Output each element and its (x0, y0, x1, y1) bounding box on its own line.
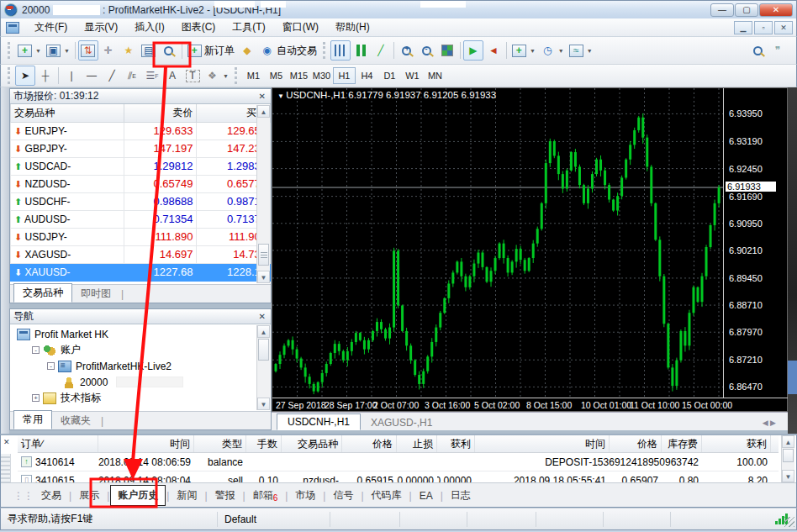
market-watch-row-usdjpy[interactable]: ⬇ USDJPY-111.890111.906 (11, 228, 271, 245)
orders-column-7[interactable]: 获利 (437, 435, 475, 452)
timeframe-button-m5[interactable]: M5 (265, 67, 288, 84)
autotrading-button[interactable]: ◉ 自动交易 (257, 40, 319, 61)
chart-shift-button[interactable]: ◄ (483, 40, 504, 61)
collapse-icon[interactable]: - (47, 362, 55, 370)
expand-icon[interactable]: + (32, 394, 40, 402)
market-watch-tab-即时图[interactable]: 即时图 (72, 285, 119, 303)
close-icon[interactable]: ✕ (257, 312, 267, 321)
scrollbar-thumb[interactable] (258, 339, 269, 361)
scroll-up-icon[interactable]: ▲ (782, 435, 794, 448)
timeframe-button-mn[interactable]: MN (424, 67, 446, 84)
strategy-tester-button[interactable] (159, 40, 179, 61)
window-restore-button[interactable]: ▢ (735, 3, 758, 17)
timeframe-button-d1[interactable]: D1 (378, 67, 401, 84)
close-icon[interactable]: ✕ (257, 92, 267, 101)
scroll-down-icon[interactable]: ▼ (257, 271, 270, 283)
tree-item-platform[interactable]: Profit Market HK (10, 326, 271, 342)
menu-item-view[interactable]: 显示(V) (76, 19, 126, 34)
timeframe-button-h1[interactable]: H1 (333, 67, 356, 84)
tab-scroll-left-icon[interactable]: ◀ (763, 419, 768, 427)
timeframe-button-m30[interactable]: M30 (310, 67, 333, 84)
toolbar-drag-handle[interactable] (235, 67, 239, 84)
vertical-line-tool-button[interactable]: | (61, 66, 82, 86)
trendline-tool-button[interactable]: ╱ (102, 66, 122, 86)
terminal-tab-ea[interactable]: EA (413, 487, 440, 504)
search-button[interactable] (747, 40, 768, 61)
terminal-tab-market[interactable]: 市场 (288, 486, 322, 505)
horizontal-line-tool-button[interactable]: — (82, 66, 102, 86)
crosshair-tool-button[interactable]: ┼ (35, 66, 55, 86)
toolbar-drag-handle[interactable] (323, 42, 327, 59)
column-sell[interactable]: 卖价 (124, 104, 196, 122)
market-watch-row-eurjpy[interactable]: ⬇ EURJPY-129.633129.655 (11, 122, 271, 140)
terminal-tab-alerts[interactable]: 警报 (208, 486, 242, 505)
market-watch-row-gbpjpy[interactable]: ⬇ GBPJPY-147.197147.233 (11, 140, 271, 157)
tree-item-account[interactable]: 20000 (10, 374, 271, 390)
channel-tool-button[interactable]: ⫽E (122, 66, 142, 86)
navigator-tab-收藏夹[interactable]: 收藏夹 (52, 412, 99, 429)
scroll-down-icon[interactable]: ▼ (782, 470, 794, 482)
collapse-icon[interactable]: - (32, 346, 40, 354)
navigator-scrollbar[interactable]: ▲ ▼ (256, 325, 270, 410)
text-tool-button[interactable]: A (162, 66, 182, 86)
time-axis[interactable]: 27 Sep 201828 Sep 17:002 Oct 07:003 Oct … (272, 398, 789, 412)
terminal-tab-trade[interactable]: 交易 (34, 486, 68, 505)
orders-column-1[interactable]: 时间 (98, 435, 194, 452)
toolbar-drag-handle[interactable] (8, 42, 12, 59)
orders-column-4[interactable]: 交易品种 (282, 435, 342, 452)
candlestick-button[interactable] (351, 40, 371, 61)
terminal-tab-code-base[interactable]: 代码库 (365, 486, 409, 505)
close-icon[interactable]: ✕ (3, 438, 10, 446)
tree-item-server[interactable]: -ProfitMarketHK-Live2 (10, 358, 271, 374)
new-chart-button[interactable]: + ▼ (15, 40, 44, 61)
scroll-up-icon[interactable]: ▲ (257, 325, 270, 338)
market-watch-row-usdcad[interactable]: ⬆ USDCAD-1.298121.29834 (11, 157, 271, 175)
tree-item-indicators[interactable]: +技术指标 (10, 390, 271, 406)
mdi-minimize-button[interactable]: ▁ (734, 21, 752, 34)
terminal-tab-account-history[interactable]: 账户历史 (110, 485, 166, 506)
tile-windows-button[interactable] (437, 40, 457, 61)
orders-column-0[interactable]: 订单 ∕ (18, 435, 98, 452)
orders-column-5[interactable]: 价格 (342, 435, 397, 452)
fibonacci-tool-button[interactable]: ☰F (142, 66, 162, 86)
market-watch-scrollbar[interactable]: ▲ ▼ (256, 105, 270, 283)
bar-chart-button[interactable] (330, 40, 351, 61)
terminal-tab-exposure[interactable]: 展示 (72, 486, 106, 505)
shapes-button[interactable]: ❖ ▼ (203, 66, 231, 86)
price-axis[interactable]: 6.939506.931906.924506.916906.909506.902… (723, 88, 788, 398)
window-minimize-button[interactable]: — (710, 3, 734, 17)
menu-item-help[interactable]: 帮助(H) (327, 19, 378, 34)
menu-item-window[interactable]: 窗口(W) (274, 19, 327, 34)
menu-item-charts[interactable]: 图表(C) (173, 19, 224, 34)
market-watch-row-xagusd[interactable]: ⬇ XAGUSD-14.69714.731 (11, 245, 271, 263)
timeframe-button-w1[interactable]: W1 (401, 67, 424, 84)
mdi-restore-button[interactable]: ▫ (754, 21, 773, 34)
menu-item-tools[interactable]: 工具(T) (224, 19, 273, 34)
orders-column-3[interactable]: 手数 (246, 435, 282, 452)
profiles-button[interactable]: ▣ ▼ (44, 40, 72, 61)
terminal-tab-signals[interactable]: 信号 (326, 486, 360, 505)
terminal-tab-mailbox[interactable]: 邮箱6 (246, 486, 285, 505)
line-chart-button[interactable]: ╱ (371, 40, 391, 61)
auto-scroll-button[interactable]: ▶ (463, 40, 483, 61)
timeframe-button-h4[interactable]: H4 (356, 67, 378, 84)
navigator-button[interactable]: ★ (119, 40, 139, 61)
data-window-button[interactable]: ✛ (98, 40, 119, 61)
scroll-up-icon[interactable]: ▲ (257, 105, 270, 118)
chart-dropdown-icon[interactable]: ▼ (277, 92, 286, 100)
terminal-tab-journal[interactable]: 日志 (444, 486, 478, 505)
zoom-in-button[interactable]: + (397, 40, 417, 61)
timeframe-button-m15[interactable]: M15 (288, 67, 310, 84)
market-watch-button[interactable]: ⇅ (78, 40, 98, 61)
orders-column-8[interactable]: 时间 (475, 435, 610, 452)
chart-plot-area[interactable]: ▼ USDCNH-,H1 6.91779 6.91937 6.91205 6.9… (272, 88, 723, 398)
navigator-tab-常用[interactable]: 常用 (13, 410, 52, 429)
chart-tab-usdcnh[interactable]: USDCNH-,H1 (277, 413, 361, 430)
scroll-down-icon[interactable]: ▼ (257, 398, 270, 410)
menu-item-insert[interactable]: 插入(I) (126, 19, 172, 34)
status-profile[interactable]: Default (218, 512, 330, 527)
chat-button[interactable]: ❞ (768, 40, 788, 61)
orders-column-6[interactable]: 止损 (397, 435, 437, 452)
market-watch-tab-交易品种[interactable]: 交易品种 (13, 283, 72, 303)
metaeditor-button[interactable]: ◆ (237, 40, 257, 61)
